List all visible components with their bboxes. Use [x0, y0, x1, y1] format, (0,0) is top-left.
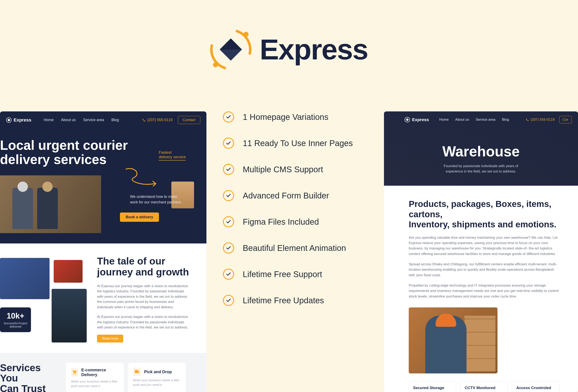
- phone-link[interactable]: (207) 555-0119: [142, 118, 173, 122]
- book-delivery-button[interactable]: Book a delivery: [120, 213, 159, 222]
- feature-item: Figma Files Included: [223, 216, 355, 227]
- contact-button[interactable]: Contact: [178, 116, 200, 124]
- truck-icon: [133, 368, 141, 376]
- features-list: 1 Homepage Variations 11 Ready To Use In…: [223, 111, 355, 321]
- feature-card-title: Access Crontroled: [516, 386, 555, 390]
- check-icon: [223, 138, 234, 149]
- nav-menu: Home About us Service area Blog: [44, 118, 119, 122]
- check-icon: [223, 216, 234, 227]
- service-card[interactable]: E-commerce Delivery When your business n…: [66, 363, 124, 392]
- template-preview-warehouse: Express Home About us Service area Blog …: [384, 111, 578, 392]
- nav-link-home[interactable]: Home: [439, 118, 449, 122]
- hero-photo-delivery: [0, 175, 101, 233]
- warehouse-photo: [409, 307, 497, 373]
- nav-menu: Home About us Service area Blog: [439, 118, 509, 122]
- content-paragraph: Are you spending valuable time and money…: [409, 235, 559, 257]
- feature-label: 1 Homepage Variations: [243, 112, 329, 122]
- story-image-collage: 10k+ Successful Project delivered: [0, 256, 89, 345]
- feature-label: Figma Files Included: [243, 217, 319, 226]
- phone-icon: [142, 118, 145, 122]
- brand-logo-icon: [210, 29, 251, 70]
- content-section: Products, packages, Boxes, items, carton…: [384, 186, 578, 392]
- services-heading: Services You Can Trust: [0, 363, 60, 392]
- feature-item: 1 Homepage Variations: [223, 111, 355, 123]
- nav-link-about[interactable]: About us: [61, 118, 76, 122]
- nav-bar: Express Home About us Service area Blog …: [0, 111, 206, 129]
- check-icon: [223, 190, 234, 201]
- cube-icon: [405, 117, 410, 122]
- feature-label: Multiple CMS Support: [243, 165, 323, 174]
- hero-body: We understand how to make work for our m…: [130, 194, 184, 205]
- phone-link[interactable]: (207) 555-0119: [526, 118, 554, 122]
- brand-header: Express: [210, 29, 368, 70]
- service-card[interactable]: Pick and Drop When your business needs a…: [128, 363, 186, 392]
- feature-item: Multiple CMS Support: [223, 164, 355, 175]
- feature-label: 11 Ready To Use Inner Pages: [243, 139, 353, 148]
- feature-card: Secured Storage We help you store your p…: [409, 381, 456, 392]
- check-icon: [223, 242, 234, 254]
- scribble-arrow-icon: [124, 165, 161, 190]
- nav-link-service[interactable]: Service area: [83, 118, 104, 122]
- content-paragraph: Spread across Dhaka and Chittagong, our …: [409, 261, 559, 278]
- cart-icon: [71, 368, 78, 377]
- story-paragraph: At Express our journey began with a visi…: [97, 314, 190, 330]
- template-preview-home: Express Home About us Service area Blog …: [0, 111, 206, 392]
- content-paragraph: Propelled by cutting-edge technology and…: [409, 283, 559, 299]
- feature-card: Access Crontroled The storage is restric…: [512, 381, 559, 392]
- story-paragraph: At Express our journey began with a visi…: [97, 283, 190, 310]
- nav-link-home[interactable]: Home: [44, 118, 54, 122]
- feature-item: Lifetime Free Updates: [223, 295, 355, 306]
- feature-label: Beautiful Element Animation: [243, 243, 346, 253]
- story-section: 10k+ Successful Project delivered The ta…: [0, 243, 206, 353]
- phone-icon: [526, 118, 529, 121]
- hero-tagline: Fastest delivery service: [159, 150, 186, 161]
- nav-link-blog[interactable]: Blog: [502, 118, 509, 122]
- read-more-button[interactable]: Read more: [97, 335, 123, 343]
- service-card-desc: When your business needs a little push a…: [71, 379, 119, 388]
- phone-number: (207) 555-0119: [147, 118, 173, 122]
- feature-label: Lifetime Free Support: [243, 270, 322, 279]
- brand-label: Express: [14, 117, 31, 123]
- nav-link-service[interactable]: Service area: [476, 118, 495, 122]
- feature-label: Advanced Form Builder: [243, 191, 329, 200]
- service-card-title: E-commerce Delivery: [81, 368, 119, 377]
- services-section: Services You Can Trust E-commerce Delive…: [0, 353, 206, 392]
- nav-bar: Express Home About us Service area Blog …: [384, 111, 578, 128]
- feature-item: 11 Ready To Use Inner Pages: [223, 138, 355, 149]
- phone-number: (207) 555-0119: [530, 118, 554, 122]
- brand-label: Express: [412, 117, 429, 122]
- feature-card-title: CCTV Monitored: [465, 386, 503, 390]
- hero-section: Express Home About us Service area Blog …: [0, 111, 206, 243]
- story-heading: The tale of our journey and growth: [97, 256, 190, 278]
- check-icon: [223, 295, 234, 306]
- content-heading: Products, packages, Boxes, items, carton…: [409, 199, 559, 230]
- page-title: Warehouse: [384, 143, 578, 160]
- page-subtitle: Founded by passionate individuals with y…: [384, 163, 578, 174]
- stat-badge: 10k+ Successful Project delivered: [0, 307, 31, 332]
- hero-headline: Local urgent courier delivery services: [0, 138, 128, 167]
- feature-item: Beautiful Element Animation: [223, 242, 355, 254]
- contact-button[interactable]: Cor: [559, 116, 572, 123]
- feature-label: Lifetime Free Updates: [243, 296, 324, 305]
- stat-value: 10k+: [7, 311, 24, 320]
- service-card-desc: When your business needs a little push a…: [133, 378, 181, 387]
- check-icon: [223, 111, 234, 123]
- hero-section: Express Home About us Service area Blog …: [384, 111, 578, 186]
- feature-item: Advanced Form Builder: [223, 190, 355, 201]
- stat-label: Successful Project delivered: [3, 322, 27, 328]
- feature-item: Lifetime Free Support: [223, 269, 355, 280]
- check-icon: [223, 164, 234, 175]
- nav-link-about[interactable]: About us: [455, 118, 469, 122]
- nav-brand[interactable]: Express: [6, 117, 31, 123]
- feature-card-title: Secured Storage: [413, 386, 452, 390]
- nav-link-blog[interactable]: Blog: [111, 118, 119, 122]
- feature-card: CCTV Monitored Our state-of-the-art stor…: [460, 381, 508, 392]
- check-icon: [223, 269, 234, 280]
- nav-brand[interactable]: Express: [405, 117, 429, 122]
- service-card-title: Pick and Drop: [144, 370, 172, 374]
- cube-icon: [6, 117, 11, 123]
- brand-name: Express: [260, 33, 368, 66]
